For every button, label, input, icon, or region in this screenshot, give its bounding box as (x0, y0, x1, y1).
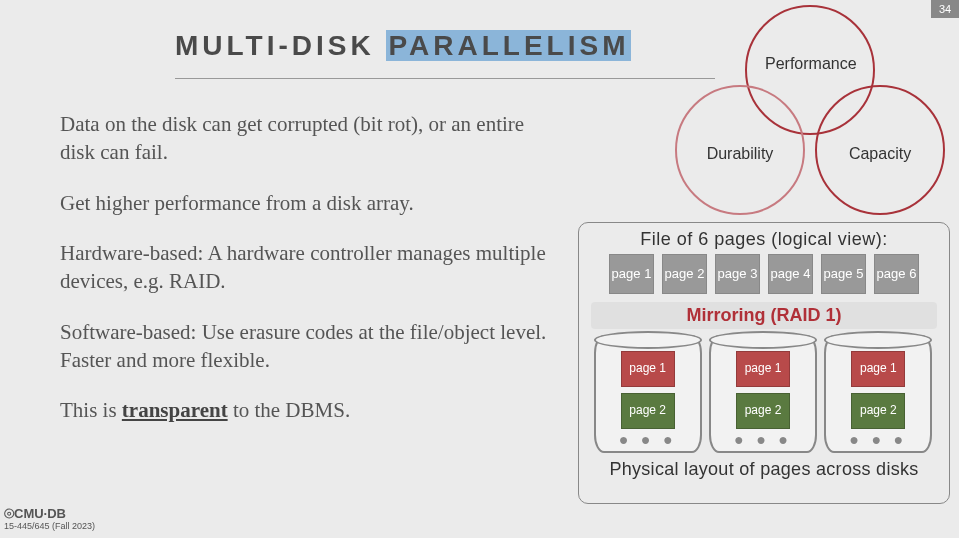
para-5-post: to the DBMS. (228, 398, 351, 422)
footer-logo: ⦾CMU·DB (4, 506, 95, 522)
disks-row: page 1 page 2 ● ● ● page 1 page 2 ● ● ● … (591, 335, 937, 453)
disk-top-icon (824, 331, 932, 349)
body-text: Data on the disk can get corrupted (bit … (60, 110, 550, 447)
disk-top-icon (709, 331, 817, 349)
disk-slot: page 1 (851, 351, 905, 387)
logical-page: page 5 (821, 254, 866, 294)
para-5: This is transparent to the DBMS. (60, 396, 550, 424)
logical-view-title: File of 6 pages (logical view): (587, 229, 941, 250)
disk-dots: ● ● ● (826, 431, 930, 449)
logical-page: page 4 (768, 254, 813, 294)
disk-dots: ● ● ● (596, 431, 700, 449)
venn-diagram: Performance Durability Capacity (655, 5, 935, 215)
venn-label-durability: Durability (690, 145, 790, 163)
disk-top-icon (594, 331, 702, 349)
disk-slot: page 1 (736, 351, 790, 387)
disk-3: page 1 page 2 ● ● ● (824, 335, 934, 453)
logical-page: page 6 (874, 254, 919, 294)
logical-page: page 1 (609, 254, 654, 294)
para-4: Software-based: Use erasure codes at the… (60, 318, 550, 375)
slide-number: 34 (931, 0, 959, 18)
para-5-emph: transparent (122, 398, 228, 422)
slide-title: MULTI-DISK PARALLELISM (175, 30, 631, 62)
disk-1: page 1 page 2 ● ● ● (594, 335, 704, 453)
para-3: Hardware-based: A hardware controller ma… (60, 239, 550, 296)
logical-page: page 2 (662, 254, 707, 294)
title-prefix: MULTI-DISK (175, 30, 386, 61)
raid-diagram: File of 6 pages (logical view): page 1 p… (578, 222, 950, 504)
title-rule (175, 78, 715, 79)
disk-slot: page 2 (736, 393, 790, 429)
disk-2: page 1 page 2 ● ● ● (709, 335, 819, 453)
venn-label-capacity: Capacity (835, 145, 925, 163)
physical-layout-title: Physical layout of pages across disks (587, 459, 941, 480)
disk-slot: page 1 (621, 351, 675, 387)
para-5-pre: This is (60, 398, 122, 422)
para-1: Data on the disk can get corrupted (bit … (60, 110, 550, 167)
disk-slot: page 2 (851, 393, 905, 429)
disk-slot: page 2 (621, 393, 675, 429)
footer-course: 15-445/645 (Fall 2023) (4, 521, 95, 532)
venn-label-performance: Performance (765, 55, 855, 73)
logical-page: page 3 (715, 254, 760, 294)
logical-pages-row: page 1 page 2 page 3 page 4 page 5 page … (587, 254, 941, 294)
footer: ⦾CMU·DB 15-445/645 (Fall 2023) (4, 506, 95, 532)
disk-dots: ● ● ● (711, 431, 815, 449)
para-2: Get higher performance from a disk array… (60, 189, 550, 217)
mirroring-label: Mirroring (RAID 1) (591, 302, 937, 329)
title-highlight: PARALLELISM (386, 30, 631, 61)
